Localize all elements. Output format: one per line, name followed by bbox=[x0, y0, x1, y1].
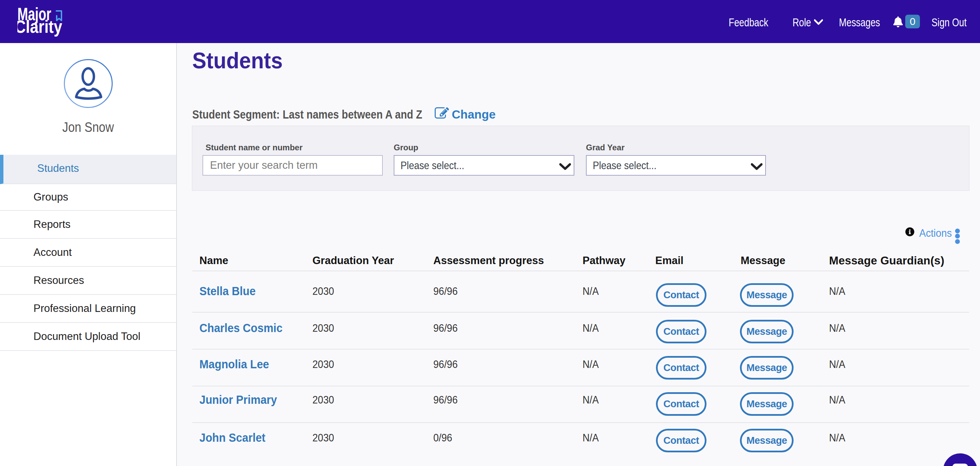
svg-text:Clarity: Clarity bbox=[18, 17, 62, 37]
